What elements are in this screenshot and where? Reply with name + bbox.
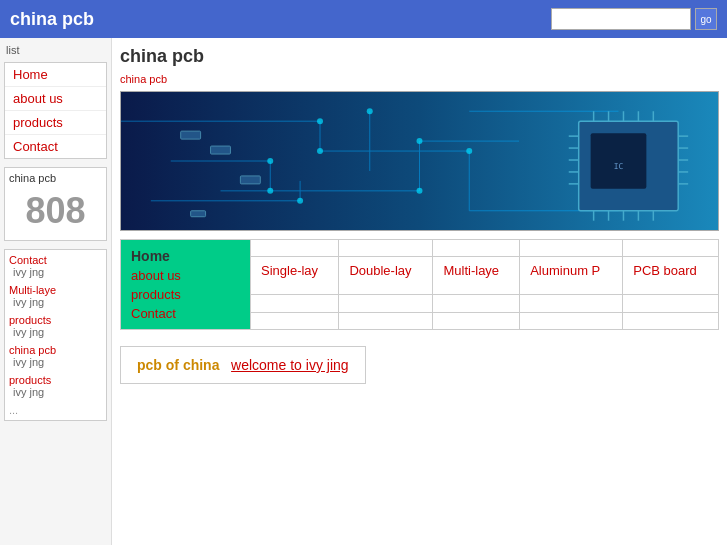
nav-pcbboard-link[interactable]: PCB board — [633, 263, 697, 278]
nav-sub-cell2 — [339, 240, 433, 257]
empty-cell — [251, 312, 339, 329]
sidebar-item-contact[interactable]: Contact — [5, 135, 106, 158]
svg-point-23 — [466, 148, 472, 154]
nav-home-label: Home — [131, 246, 240, 266]
svg-rect-50 — [191, 211, 206, 217]
nav-aboutus-link[interactable]: about us — [131, 266, 240, 285]
sidebar: list Home about us products Contact chin… — [0, 38, 112, 545]
nav-doublelay-cell: Double-lay — [339, 257, 433, 295]
welcome-prefix: pcb of china — [137, 357, 219, 373]
breadcrumb: china pcb — [120, 73, 719, 85]
recent-link-chinapcb[interactable]: china pcb — [9, 344, 102, 356]
sidebar-item-about[interactable]: about us — [5, 87, 106, 111]
empty-cell — [623, 295, 719, 312]
search-button[interactable]: go — [695, 8, 717, 30]
breadcrumb-link[interactable]: china pcb — [120, 73, 167, 85]
welcome-link[interactable]: welcome to ivy jing — [231, 357, 349, 373]
nav-pcbboard-cell: PCB board — [623, 257, 719, 295]
page-title: china pcb — [120, 46, 719, 67]
recent-author: ivy jng — [9, 356, 44, 368]
nav-sub-cell3 — [433, 240, 520, 257]
svg-text:IC: IC — [614, 162, 624, 171]
sidebar-counter-value: 808 — [9, 186, 102, 236]
page-layout: list Home about us products Contact chin… — [0, 38, 727, 545]
svg-point-21 — [297, 198, 303, 204]
welcome-box: pcb of china welcome to ivy jing — [120, 346, 366, 384]
nav-aluminum-link[interactable]: Aluminum P — [530, 263, 600, 278]
empty-cell — [520, 295, 623, 312]
nav-table: Home about us products Contact Single-la… — [120, 239, 719, 330]
recent-link-contact[interactable]: Contact — [9, 254, 102, 266]
nav-products-link[interactable]: products — [131, 285, 240, 304]
recent-author: ivy jng — [9, 296, 44, 308]
recent-author: ivy jng — [9, 326, 44, 338]
sidebar-counter-title: china pcb — [9, 172, 102, 184]
sidebar-item-home[interactable]: Home — [5, 63, 106, 87]
nav-sub-cell5 — [623, 240, 719, 257]
sidebar-recent-box: Contact ivy jng Multi-laye ivy jng produ… — [4, 249, 107, 421]
nav-sub-cell4 — [520, 240, 623, 257]
recent-link-multilaye[interactable]: Multi-laye — [9, 284, 102, 296]
nav-singlelay-link[interactable]: Single-lay — [261, 263, 318, 278]
recent-item: Contact ivy jng — [9, 254, 102, 278]
table-row: Home about us products Contact — [121, 240, 719, 257]
sidebar-nav-box: Home about us products Contact — [4, 62, 107, 159]
recent-author: ivy jng — [9, 386, 44, 398]
recent-item: china pcb ivy jng — [9, 344, 102, 368]
sidebar-counter-box: china pcb 808 — [4, 167, 107, 241]
search-bar: go — [551, 8, 717, 30]
empty-cell — [339, 312, 433, 329]
search-input[interactable] — [551, 8, 691, 30]
empty-cell — [433, 295, 520, 312]
recent-item: Multi-laye ivy jng — [9, 284, 102, 308]
svg-point-20 — [417, 138, 423, 144]
svg-rect-49 — [240, 176, 260, 184]
svg-rect-48 — [211, 146, 231, 154]
empty-cell — [339, 295, 433, 312]
nav-multilaye-link[interactable]: Multi-laye — [443, 263, 499, 278]
main-content: china pcb china pcb — [112, 38, 727, 545]
recent-item: products ivy jng — [9, 314, 102, 338]
empty-cell — [433, 312, 520, 329]
empty-cell — [251, 295, 339, 312]
svg-point-17 — [267, 158, 273, 164]
nav-doublelay-link[interactable]: Double-lay — [349, 263, 411, 278]
nav-aluminum-cell: Aluminum P — [520, 257, 623, 295]
nav-contact-link[interactable]: Contact — [131, 304, 240, 323]
nav-multilaye-cell: Multi-laye — [433, 257, 520, 295]
recent-link-products2[interactable]: products — [9, 374, 102, 386]
svg-point-22 — [367, 108, 373, 114]
svg-point-18 — [267, 188, 273, 194]
main-nav-cell: Home about us products Contact — [121, 240, 251, 330]
sidebar-divider: ... — [9, 404, 102, 416]
nav-sub-cell1 — [251, 240, 339, 257]
nav-singlelay-cell: Single-lay — [251, 257, 339, 295]
empty-cell — [623, 312, 719, 329]
empty-cell — [520, 312, 623, 329]
header: china pcb go — [0, 0, 727, 38]
svg-point-19 — [417, 188, 423, 194]
svg-point-15 — [317, 118, 323, 124]
banner-image: IC — [120, 91, 719, 231]
svg-point-16 — [317, 148, 323, 154]
recent-author: ivy jng — [9, 266, 44, 278]
sidebar-item-products[interactable]: products — [5, 111, 106, 135]
recent-link-products[interactable]: products — [9, 314, 102, 326]
svg-rect-47 — [181, 131, 201, 139]
banner-svg: IC — [121, 92, 718, 230]
recent-item: products ivy jng — [9, 374, 102, 398]
sidebar-list-label: list — [4, 42, 107, 58]
site-title: china pcb — [10, 9, 94, 30]
